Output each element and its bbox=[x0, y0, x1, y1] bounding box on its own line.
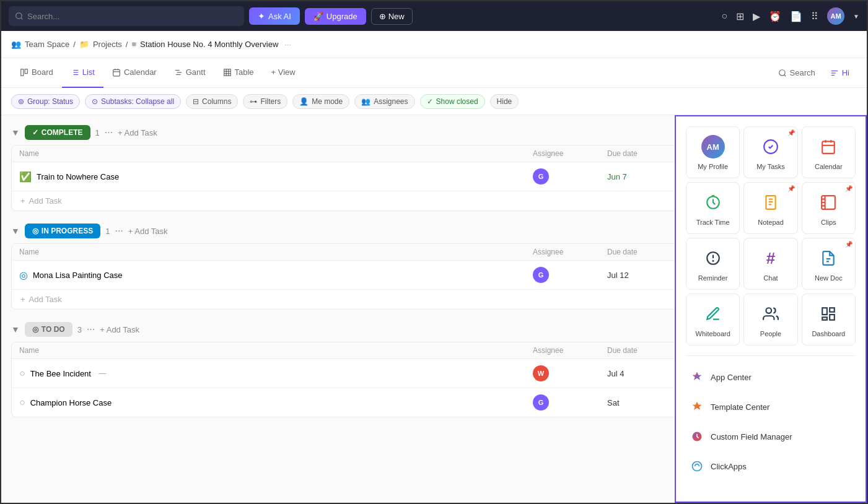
top-nav: Search... ✦ Ask AI 🚀 Upgrade ⊕ New ○ ⊞ ▶… bbox=[1, 1, 867, 31]
svg-point-0 bbox=[16, 13, 22, 19]
add-task-inprogress[interactable]: + Add Task bbox=[128, 227, 168, 236]
workspace-name[interactable]: Team Space bbox=[25, 40, 69, 49]
tab-add-view[interactable]: + View bbox=[263, 58, 304, 88]
layers-icon: ⊚ bbox=[18, 97, 24, 106]
popup-list-item-custom-field-manager[interactable]: Custom Field Manager bbox=[686, 423, 856, 450]
popup-item-dashboard[interactable]: Dashboard bbox=[802, 293, 856, 345]
popup-list-item-template-center[interactable]: Template Center bbox=[686, 393, 856, 420]
page-icon: ≡ bbox=[131, 40, 136, 49]
popup-item-label: People bbox=[760, 330, 781, 337]
popup-item-label: Reminder bbox=[698, 274, 728, 282]
popup-item-clips[interactable]: 📌 Clips bbox=[802, 182, 856, 234]
breadcrumb-sep-2: / bbox=[126, 40, 128, 49]
show-closed-filter[interactable]: ✓ Show closed bbox=[420, 94, 485, 109]
due-date-cell: Jul 4 bbox=[607, 369, 682, 378]
popup-item-label: Chat bbox=[763, 274, 778, 282]
group-status-filter[interactable]: ⊚ Group: Status bbox=[11, 94, 80, 109]
popup-item-reminder[interactable]: Reminder bbox=[686, 238, 740, 290]
svg-rect-9 bbox=[113, 69, 120, 76]
nav-icons: ○ ⊞ ▶ ⏰ 📄 ⠿ AM ▼ bbox=[721, 7, 859, 25]
projects-name[interactable]: Projects bbox=[93, 40, 122, 49]
popup-item-label: Dashboard bbox=[812, 330, 845, 337]
popup-item-label: Whiteboard bbox=[696, 330, 730, 337]
svg-point-40 bbox=[766, 308, 771, 313]
me-mode-filter[interactable]: 👤 Me mode bbox=[292, 94, 349, 109]
new-label: New bbox=[388, 12, 405, 21]
group-more-inprogress[interactable]: ··· bbox=[115, 225, 123, 237]
columns-filter[interactable]: ⊟ Columns bbox=[186, 94, 238, 109]
check-icon: ✓ bbox=[32, 128, 38, 137]
global-search-bar[interactable]: Search... bbox=[9, 6, 244, 26]
folder-icon: 📁 bbox=[79, 40, 89, 49]
popup-grid: AM My Profile 📌 My Tasks bbox=[686, 126, 856, 345]
svg-rect-44 bbox=[823, 317, 828, 319]
popup-item-my-tasks[interactable]: 📌 My Tasks bbox=[743, 126, 797, 178]
dropdown-chevron-icon[interactable]: ▼ bbox=[853, 13, 859, 20]
upgrade-icon: 🚀 bbox=[313, 12, 323, 21]
tab-hide[interactable]: Hi bbox=[823, 68, 857, 77]
group-toggle-complete[interactable]: ▼ bbox=[11, 128, 20, 137]
table-icon bbox=[223, 68, 232, 77]
filters-filter[interactable]: ⊶ Filters bbox=[243, 94, 287, 109]
popup-item-my-profile[interactable]: AM My Profile bbox=[686, 126, 740, 178]
doc-icon[interactable]: 📄 bbox=[790, 11, 802, 22]
status-badge-complete: ✓ COMPLETE bbox=[25, 125, 90, 140]
popup-list-item-app-center[interactable]: App Center bbox=[686, 363, 856, 391]
popup-item-calendar[interactable]: Calendar bbox=[802, 126, 856, 178]
add-task-todo[interactable]: + Add Task bbox=[100, 325, 139, 334]
subtasks-filter[interactable]: ⊙ Subtasks: Collapse all bbox=[85, 94, 181, 109]
todo-circle-icon: ○ bbox=[19, 368, 25, 379]
complete-check-icon: ✅ bbox=[19, 171, 32, 183]
avatar: G bbox=[533, 267, 549, 283]
tab-table[interactable]: Table bbox=[214, 58, 263, 88]
new-button[interactable]: ⊕ New bbox=[371, 8, 413, 25]
popup-item-chat[interactable]: # Chat bbox=[743, 238, 797, 290]
more-options-icon[interactable]: ··· bbox=[284, 40, 291, 49]
people-icon bbox=[758, 302, 783, 326]
assignee-cell: G bbox=[533, 168, 607, 185]
group-toggle-inprogress[interactable]: ▼ bbox=[11, 226, 20, 236]
ask-ai-button[interactable]: ✦ Ask AI bbox=[249, 7, 300, 25]
tab-list[interactable]: List bbox=[62, 58, 103, 88]
group-more-todo[interactable]: ··· bbox=[87, 324, 95, 335]
template-center-icon bbox=[690, 399, 704, 414]
calendar-popup-icon bbox=[816, 134, 841, 159]
page-title[interactable]: Station House No. 4 Monthly Overview bbox=[140, 40, 278, 49]
pin-icon: 📌 bbox=[787, 185, 795, 192]
video-icon[interactable]: ▶ bbox=[753, 11, 760, 22]
clock-icon[interactable]: ⏰ bbox=[769, 11, 781, 22]
divider bbox=[686, 355, 856, 356]
check-circle-icon[interactable]: ○ bbox=[721, 11, 727, 22]
new-popup-panel: AM My Profile 📌 My Tasks bbox=[675, 115, 867, 503]
list-icon bbox=[71, 68, 79, 77]
pin-icon: 📌 bbox=[787, 129, 795, 136]
popup-item-notepad[interactable]: 📌 Notepad bbox=[743, 182, 797, 234]
tab-search[interactable]: Search bbox=[771, 68, 823, 77]
app-center-icon bbox=[690, 370, 704, 385]
grid-icon[interactable]: ⠿ bbox=[811, 11, 818, 22]
status-badge-todo: ◎ TO DO bbox=[25, 322, 72, 337]
user-avatar[interactable]: AM bbox=[827, 7, 844, 25]
tab-calendar[interactable]: Calendar bbox=[103, 58, 165, 88]
progress-icon: ◎ bbox=[32, 227, 38, 235]
assignees-filter[interactable]: 👥 Assignees bbox=[354, 94, 414, 109]
add-task-complete[interactable]: + Add Task bbox=[118, 128, 157, 137]
sparkle-icon: ✦ bbox=[258, 11, 265, 21]
hide-filter[interactable]: Hide bbox=[490, 94, 519, 109]
upgrade-button[interactable]: 🚀 Upgrade bbox=[305, 8, 366, 25]
main-area: ▼ ✓ COMPLETE 1 ··· + Add Task Name Assig… bbox=[1, 115, 867, 503]
calendar-nav-icon[interactable]: ⊞ bbox=[736, 11, 744, 22]
task-name-inprogress-1: ◎ Mona Lisa Painting Case bbox=[19, 269, 533, 281]
popup-item-track-time[interactable]: Track Time bbox=[686, 182, 740, 234]
group-count-complete: 1 bbox=[95, 128, 100, 137]
popup-item-new-doc[interactable]: 📌 New Doc bbox=[802, 238, 856, 290]
group-more-complete[interactable]: ··· bbox=[105, 127, 113, 138]
tab-board[interactable]: Board bbox=[11, 58, 62, 88]
popup-item-people[interactable]: People bbox=[743, 293, 797, 345]
popup-list-item-clickapps[interactable]: ClickApps bbox=[686, 453, 856, 480]
group-toggle-todo[interactable]: ▼ bbox=[11, 324, 20, 334]
workspace-icon: 👥 bbox=[11, 40, 21, 49]
tab-gantt[interactable]: Gantt bbox=[165, 58, 214, 88]
popup-item-whiteboard[interactable]: Whiteboard bbox=[686, 293, 740, 345]
popup-item-label: Track Time bbox=[696, 219, 730, 226]
